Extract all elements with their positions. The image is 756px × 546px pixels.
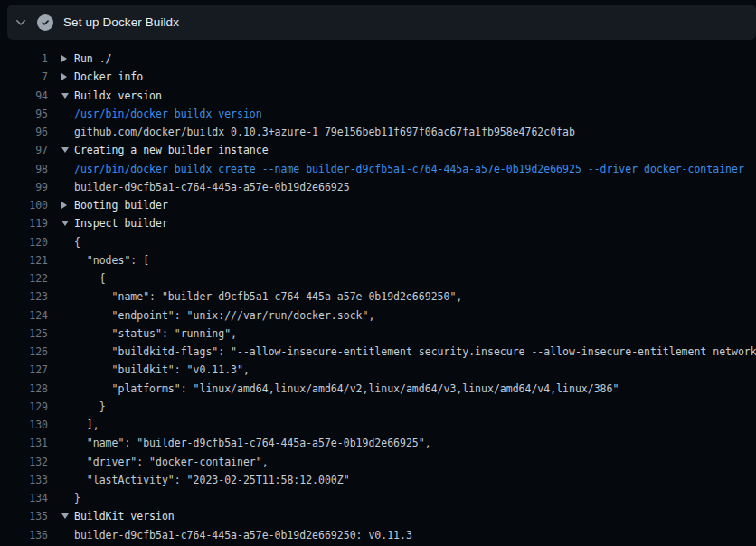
log-line-body: Booting builder: [48, 196, 756, 214]
log-row: 121 "nodes": [: [0, 251, 756, 269]
log-row: 125 "status": "running",: [0, 325, 756, 343]
output-text: "platforms": "linux/amd64,linux/amd64/v2…: [74, 382, 619, 395]
line-number[interactable]: 95: [0, 105, 48, 123]
log-group-row: 1Run ./: [0, 50, 756, 68]
log-line-body: BuildKit version: [48, 507, 756, 525]
collapse-group-arrow-icon[interactable]: [61, 221, 69, 226]
group-title[interactable]: Creating a new builder instance: [74, 144, 269, 156]
group-title[interactable]: BuildKit version: [74, 510, 175, 522]
log-line-body: }: [48, 489, 756, 507]
line-number[interactable]: 135: [0, 507, 48, 525]
line-number[interactable]: 119: [0, 214, 48, 232]
collapse-group-arrow-icon[interactable]: [61, 93, 69, 99]
log-row: 123 "name": "builder-d9cfb5a1-c764-445a-…: [0, 287, 756, 306]
log-line-body: "name": "builder-d9cfb5a1-c764-445a-a57e…: [48, 434, 756, 452]
output-text: github.com/docker/buildx 0.10.3+azure-1 …: [74, 126, 575, 138]
group-title[interactable]: Docker info: [74, 71, 143, 83]
log-line-body: builder-d9cfb5a1-c764-445a-a57e-0b19d2e6…: [48, 526, 756, 544]
line-number[interactable]: 98: [0, 160, 48, 178]
line-number[interactable]: 99: [0, 178, 48, 196]
log-line-body: "name": "builder-d9cfb5a1-c764-445a-a57e…: [48, 287, 756, 306]
line-number[interactable]: 134: [0, 489, 48, 507]
output-text: builder-d9cfb5a1-c764-445a-a57e-0b19d2e6…: [74, 529, 412, 541]
log-group-row: 100Booting builder: [0, 196, 756, 214]
line-number[interactable]: 121: [0, 251, 48, 269]
line-number[interactable]: 128: [0, 380, 48, 398]
expand-group-arrow-icon[interactable]: [61, 55, 67, 62]
line-number[interactable]: 1: [0, 50, 48, 68]
log-line-body: /usr/bin/docker buildx create --name bui…: [48, 160, 756, 178]
log-group-row: 119Inspect builder: [0, 214, 756, 232]
line-number[interactable]: 136: [0, 526, 48, 544]
line-number[interactable]: 130: [0, 416, 48, 434]
group-title[interactable]: Buildx version: [74, 89, 162, 102]
expand-group-arrow-icon[interactable]: [61, 73, 67, 80]
log-line-body: builder-d9cfb5a1-c764-445a-a57e-0b19d2e6…: [48, 178, 756, 196]
line-number[interactable]: 126: [0, 343, 48, 361]
output-text: "name": "builder-d9cfb5a1-c764-445a-a57e…: [74, 437, 431, 449]
log-line-body: }: [48, 398, 756, 416]
log-group-row: 94Buildx version: [0, 87, 756, 105]
output-text: builder-d9cfb5a1-c764-445a-a57e-0b19d2e6…: [74, 181, 350, 193]
log-line-body: "endpoint": "unix:///var/run/docker.sock…: [48, 306, 756, 325]
log-row: 127 "buildkit": "v0.11.3",: [0, 361, 756, 379]
output-text: }: [74, 400, 106, 413]
line-number[interactable]: 100: [0, 196, 48, 214]
output-text: "status": "running",: [74, 327, 237, 340]
log-group-row: 97Creating a new builder instance: [0, 141, 756, 159]
expand-group-arrow-icon[interactable]: [61, 202, 67, 209]
line-number[interactable]: 96: [0, 123, 48, 141]
log-line-body: "platforms": "linux/amd64,linux/amd64/v2…: [48, 380, 756, 398]
line-number[interactable]: 129: [0, 398, 48, 416]
line-number[interactable]: 97: [0, 141, 48, 159]
log-group-row: 135BuildKit version: [0, 507, 756, 525]
step-header[interactable]: Set up Docker Buildx: [7, 5, 756, 40]
log-line-body: Inspect builder: [48, 214, 756, 232]
collapse-group-arrow-icon[interactable]: [61, 513, 69, 519]
log-line-body: "nodes": [: [48, 251, 756, 269]
step-title: Set up Docker Buildx: [63, 15, 179, 29]
log-line-body: Creating a new builder instance: [48, 141, 756, 159]
command-text: /usr/bin/docker buildx version: [74, 108, 262, 120]
line-number[interactable]: 132: [0, 453, 48, 471]
output-text: {: [74, 272, 106, 285]
output-text: "endpoint": "unix:///var/run/docker.sock…: [74, 309, 374, 322]
log-row: 129 }: [0, 398, 756, 416]
log-row: 136builder-d9cfb5a1-c764-445a-a57e-0b19d…: [0, 526, 756, 544]
group-title[interactable]: Booting builder: [74, 199, 168, 212]
line-number[interactable]: 127: [0, 361, 48, 379]
group-title[interactable]: Inspect builder: [74, 217, 168, 230]
log-row: 96github.com/docker/buildx 0.10.3+azure-…: [0, 123, 756, 141]
line-number[interactable]: 133: [0, 471, 48, 489]
log-row: 122 {: [0, 269, 756, 287]
log-line-body: /usr/bin/docker buildx version: [48, 105, 756, 123]
line-number[interactable]: 123: [0, 287, 48, 306]
collapse-group-arrow-icon[interactable]: [61, 147, 69, 153]
output-text: "buildkitd-flags": "--allow-insecure-ent…: [74, 345, 756, 358]
line-number[interactable]: 124: [0, 306, 48, 325]
line-number[interactable]: 122: [0, 269, 48, 287]
line-number[interactable]: 94: [0, 87, 48, 105]
log-row: 120{: [0, 233, 756, 251]
line-number[interactable]: 7: [0, 68, 48, 86]
output-text: {: [74, 236, 80, 249]
log-row: 130 ],: [0, 416, 756, 434]
line-number[interactable]: 120: [0, 233, 48, 251]
log-rows: 1Run ./7Docker info94Buildx version95/us…: [0, 40, 756, 544]
log-row: 98/usr/bin/docker buildx create --name b…: [0, 160, 756, 178]
log-line-body: "driver": "docker-container",: [48, 453, 756, 471]
chevron-down-icon[interactable]: [14, 15, 28, 30]
group-title[interactable]: Run ./: [74, 52, 112, 65]
line-number[interactable]: 131: [0, 434, 48, 452]
log-row: 124 "endpoint": "unix:///var/run/docker.…: [0, 306, 756, 325]
line-number[interactable]: 125: [0, 325, 48, 343]
log-line-body: Run ./: [48, 50, 756, 68]
log-row: 133 "lastActivity": "2023-02-25T11:58:12…: [0, 471, 756, 489]
log-line-body: github.com/docker/buildx 0.10.3+azure-1 …: [48, 123, 756, 141]
output-text: "name": "builder-d9cfb5a1-c764-445a-a57e…: [74, 290, 462, 303]
log-line-body: {: [48, 269, 756, 287]
output-text: "lastActivity": "2023-02-25T11:58:12.000…: [74, 474, 350, 486]
log-row: 132 "driver": "docker-container",: [0, 453, 756, 471]
log-line-body: "buildkit": "v0.11.3",: [48, 361, 756, 379]
log-line-body: Buildx version: [48, 87, 756, 105]
